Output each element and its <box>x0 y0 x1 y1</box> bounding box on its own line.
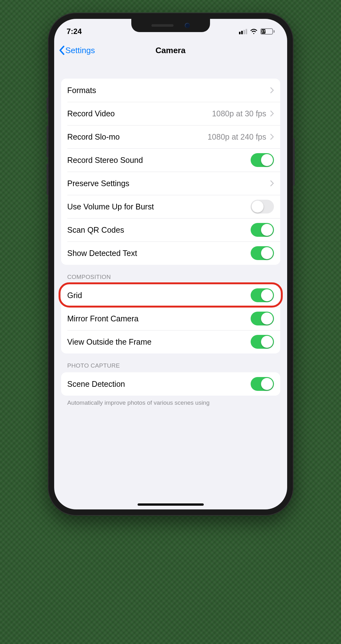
section-header-photo-capture: Photo Capture <box>61 353 280 372</box>
side-button <box>47 164 48 195</box>
chevron-right-icon <box>270 87 274 93</box>
section-header-composition: Composition <box>61 265 280 284</box>
home-indicator[interactable] <box>138 503 204 506</box>
row-label: Grid <box>67 291 82 300</box>
row-record-stereo-sound[interactable]: Record Stereo Sound <box>61 148 280 172</box>
row-show-detected-text[interactable]: Show Detected Text <box>61 242 280 265</box>
row-grid[interactable]: Grid <box>61 284 280 307</box>
toggle-mirror-front[interactable] <box>251 312 274 325</box>
row-label: Record Video <box>67 109 115 118</box>
toggle-grid[interactable] <box>251 288 274 302</box>
row-preserve-settings[interactable]: Preserve Settings <box>61 172 280 195</box>
row-record-video[interactable]: Record Video 1080p at 30 fps <box>61 102 280 125</box>
row-label: Use Volume Up for Burst <box>67 202 154 211</box>
row-volume-up-burst[interactable]: Use Volume Up for Burst <box>61 195 280 218</box>
notch <box>131 19 210 32</box>
toggle-volume-burst[interactable] <box>251 200 274 214</box>
page-title: Camera <box>156 46 185 55</box>
row-record-slomo[interactable]: Record Slo-mo 1080p at 240 fps <box>61 125 280 148</box>
back-button-label: Settings <box>65 46 95 55</box>
row-label: Scene Detection <box>67 380 125 389</box>
nav-bar: Settings Camera <box>54 38 287 63</box>
toggle-scene-detection[interactable] <box>251 377 274 391</box>
side-button <box>293 138 295 186</box>
row-label: View Outside the Frame <box>67 337 152 347</box>
settings-group-general: Formats Record Video 1080p at 30 fps Rec… <box>61 79 280 265</box>
chevron-right-icon <box>270 110 274 117</box>
row-value: 1080p at 30 fps <box>212 109 266 118</box>
row-value: 1080p at 240 fps <box>207 132 266 142</box>
row-scene-detection[interactable]: Scene Detection <box>61 372 280 396</box>
chevron-right-icon <box>270 134 274 140</box>
toggle-detected-text[interactable] <box>251 246 274 260</box>
row-label: Preserve Settings <box>67 179 129 188</box>
cellular-icon <box>239 29 247 34</box>
chevron-left-icon <box>59 46 65 55</box>
toggle-view-outside[interactable] <box>251 335 274 349</box>
section-footer-text: Automatically improve photos of various … <box>61 396 280 407</box>
row-label: Record Stereo Sound <box>67 156 143 165</box>
row-label: Scan QR Codes <box>67 225 124 235</box>
toggle-scan-qr[interactable] <box>251 223 274 237</box>
row-label: Record Slo-mo <box>67 132 120 142</box>
wifi-icon <box>250 28 258 35</box>
side-button <box>47 126 48 157</box>
status-time: 7:24 <box>67 27 82 36</box>
side-button <box>47 97 48 113</box>
settings-group-photo-capture: Scene Detection <box>61 372 280 396</box>
back-button[interactable]: Settings <box>59 46 95 55</box>
chevron-right-icon <box>270 180 274 186</box>
phone-frame: 7:24 37 Settings Camera <box>48 13 293 516</box>
row-label: Mirror Front Camera <box>67 314 139 323</box>
row-label: Show Detected Text <box>67 249 137 258</box>
row-formats[interactable]: Formats <box>61 79 280 102</box>
row-view-outside-frame[interactable]: View Outside the Frame <box>61 330 280 353</box>
battery-icon: 37 <box>260 28 275 35</box>
row-mirror-front-camera[interactable]: Mirror Front Camera <box>61 307 280 330</box>
settings-group-composition: Grid Mirror Front Camera View Outside th… <box>61 284 280 353</box>
toggle-record-stereo[interactable] <box>251 153 274 167</box>
row-label: Formats <box>67 86 96 95</box>
row-scan-qr-codes[interactable]: Scan QR Codes <box>61 218 280 242</box>
